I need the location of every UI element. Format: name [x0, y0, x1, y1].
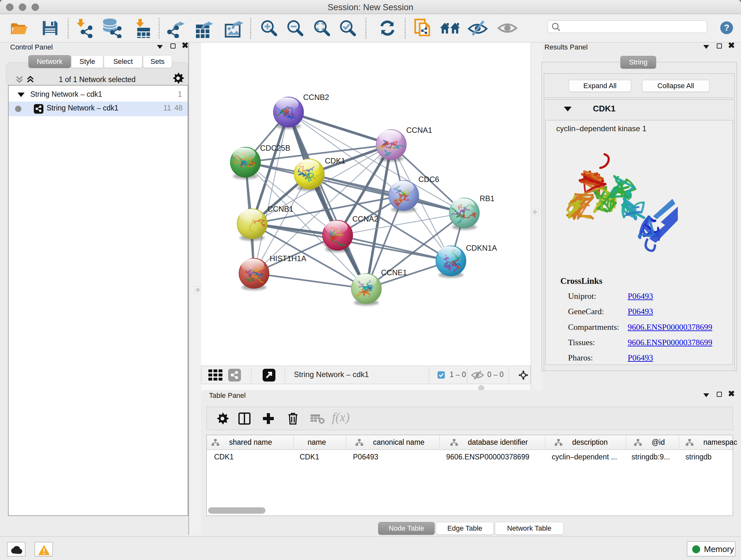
svg-text:CCNB1: CCNB1: [267, 205, 293, 213]
svg-text:CDC25B: CDC25B: [260, 144, 290, 152]
svg-text:CCNA1: CCNA1: [406, 126, 432, 134]
svg-text:CCNE1: CCNE1: [381, 268, 407, 277]
svg-text:CDC6: CDC6: [418, 175, 439, 184]
svg-text:CDK1: CDK1: [325, 157, 345, 165]
svg-text:CCNB2: CCNB2: [303, 93, 329, 102]
svg-text:?: ?: [724, 23, 729, 33]
svg-text:CDKN1A: CDKN1A: [466, 244, 497, 252]
svg-text:CCNA2: CCNA2: [352, 214, 378, 223]
svg-text:RB1: RB1: [480, 194, 495, 203]
svg-text:HIST1H1A: HIST1H1A: [270, 254, 307, 263]
